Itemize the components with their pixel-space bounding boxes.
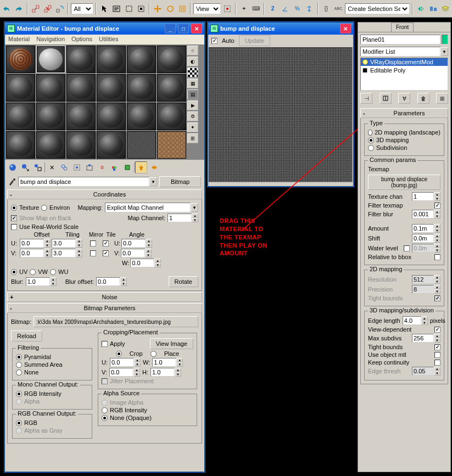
blur-input[interactable] bbox=[26, 277, 50, 286]
backlight-icon[interactable]: ◐ bbox=[187, 57, 198, 66]
select-rect-icon[interactable] bbox=[124, 3, 135, 15]
bitmap-params-rollout-header[interactable]: -Bitmap Parameters bbox=[7, 303, 202, 313]
mat-id-icon[interactable]: 0 bbox=[96, 161, 108, 173]
crop-w-input[interactable] bbox=[152, 358, 176, 367]
alpha-rgb-radio[interactable] bbox=[102, 407, 108, 413]
rgb-out-rgb-radio[interactable] bbox=[16, 420, 22, 426]
crop-v-input[interactable] bbox=[109, 368, 133, 377]
close-button[interactable]: ✕ bbox=[191, 24, 202, 33]
update-button[interactable]: Update bbox=[239, 35, 270, 46]
tight-bounds-3d-check[interactable] bbox=[434, 344, 440, 350]
mirror-u-check[interactable] bbox=[90, 240, 96, 247]
noise-rollout-header[interactable]: +Noise bbox=[7, 292, 202, 302]
sample-slot[interactable] bbox=[36, 131, 65, 159]
undo-icon[interactable] bbox=[1, 3, 12, 15]
offset-u-input[interactable] bbox=[20, 239, 44, 248]
shift-input[interactable] bbox=[412, 234, 434, 243]
auto-check[interactable] bbox=[211, 38, 217, 44]
water-level-check[interactable] bbox=[404, 245, 410, 251]
ref-coord-combo[interactable]: View bbox=[193, 3, 221, 14]
show-end-result-icon[interactable] bbox=[121, 161, 133, 173]
put-to-lib-icon[interactable] bbox=[83, 161, 96, 173]
type-subdiv-radio[interactable] bbox=[368, 145, 374, 151]
sample-slot[interactable] bbox=[66, 46, 96, 73]
max-subdivs-input[interactable] bbox=[412, 334, 434, 343]
texture-chan-input[interactable] bbox=[412, 192, 434, 201]
material-name-dropdown[interactable]: ▼ bbox=[149, 177, 157, 186]
named-sel-combo[interactable]: Create Selection Set bbox=[345, 3, 410, 14]
stack-item-editable-poly[interactable]: ◼Editable Poly bbox=[361, 66, 448, 74]
stack-item-vray-displacement[interactable]: VRayDisplacementMod bbox=[361, 58, 448, 66]
sample-slot[interactable] bbox=[6, 74, 35, 102]
sample-slot[interactable] bbox=[97, 74, 126, 102]
use-object-mtl-check[interactable] bbox=[434, 352, 440, 358]
snap-percent-icon[interactable]: % bbox=[292, 3, 303, 15]
align-icon[interactable] bbox=[428, 3, 439, 15]
mirror-v-check[interactable] bbox=[90, 250, 96, 256]
map-preview-viewport[interactable] bbox=[209, 47, 353, 182]
get-material-icon[interactable] bbox=[7, 161, 19, 173]
environ-radio[interactable] bbox=[41, 205, 47, 211]
bitmap-path-button[interactable]: :k\3ds Max 2009\maps\Archshaders_texture… bbox=[34, 316, 198, 327]
mirror-icon[interactable] bbox=[415, 3, 426, 15]
map-channel-input[interactable] bbox=[168, 214, 192, 222]
menu-material[interactable]: Material bbox=[8, 36, 30, 43]
sample-slot[interactable] bbox=[97, 131, 126, 159]
sample-slot-selected[interactable] bbox=[36, 46, 65, 73]
select-window-icon[interactable] bbox=[136, 3, 147, 15]
keep-continuity-check[interactable] bbox=[434, 360, 440, 366]
angle-v-input[interactable] bbox=[121, 249, 145, 257]
place-radio[interactable] bbox=[150, 351, 157, 357]
offset-v-input[interactable] bbox=[20, 249, 44, 257]
tile-v-check[interactable] bbox=[103, 250, 109, 256]
material-type-button[interactable]: Bitmap bbox=[159, 176, 201, 187]
minimize-button[interactable]: _ bbox=[165, 24, 176, 33]
make-unique-icon[interactable] bbox=[71, 161, 83, 173]
maximize-button[interactable]: □ bbox=[178, 24, 189, 33]
filter-blur-input[interactable] bbox=[412, 210, 434, 219]
sample-slot[interactable] bbox=[6, 46, 35, 73]
go-sibling-icon[interactable] bbox=[148, 161, 160, 173]
alpha-none-radio[interactable] bbox=[102, 415, 108, 421]
sample-slot[interactable] bbox=[36, 74, 65, 102]
rotate-button[interactable]: Rotate bbox=[169, 276, 198, 287]
snap-spinner-icon[interactable] bbox=[304, 3, 315, 15]
sample-slot[interactable] bbox=[97, 103, 126, 130]
bulb-icon[interactable] bbox=[362, 59, 368, 65]
amount-input[interactable] bbox=[412, 224, 434, 233]
sample-slot[interactable] bbox=[127, 46, 156, 73]
sample-slot[interactable] bbox=[66, 131, 96, 159]
link-icon[interactable] bbox=[30, 3, 41, 15]
sample-slot[interactable] bbox=[157, 46, 186, 73]
preview-close-button[interactable]: ✕ bbox=[340, 24, 351, 33]
mapping-combo[interactable] bbox=[105, 203, 191, 212]
type-2d-radio[interactable] bbox=[368, 130, 372, 136]
real-world-check[interactable] bbox=[11, 224, 17, 230]
sample-slot[interactable] bbox=[6, 103, 35, 130]
show-end-icon[interactable] bbox=[380, 93, 392, 104]
crop-radio[interactable] bbox=[116, 351, 122, 357]
video-check-icon[interactable]: ▤ bbox=[187, 89, 198, 99]
texmap-button[interactable]: bump and displace (bump.jpg) bbox=[368, 175, 440, 190]
scale-icon[interactable] bbox=[177, 3, 188, 15]
pin-stack-icon[interactable]: ⊣ bbox=[360, 93, 372, 104]
make-copy-icon[interactable] bbox=[58, 161, 70, 173]
remove-mod-icon[interactable]: 🗑 bbox=[417, 93, 429, 104]
sample-slot[interactable] bbox=[6, 131, 35, 159]
mono-rgb-radio[interactable] bbox=[16, 391, 22, 397]
put-to-scene-icon[interactable] bbox=[19, 161, 31, 173]
bind-icon[interactable] bbox=[54, 3, 65, 15]
modifier-stack[interactable]: VRayDisplacementMod ◼Editable Poly bbox=[360, 58, 448, 91]
redo-icon[interactable] bbox=[13, 3, 24, 15]
filter-none-radio[interactable] bbox=[16, 369, 22, 376]
sample-slot[interactable] bbox=[157, 74, 186, 102]
object-color-swatch[interactable] bbox=[442, 35, 448, 44]
named-sel-icon[interactable]: ABC bbox=[333, 3, 344, 15]
show-in-vp-icon[interactable] bbox=[109, 161, 121, 173]
relative-bbox-check[interactable] bbox=[434, 254, 440, 260]
filter-texmap-check[interactable] bbox=[434, 203, 440, 209]
keyboard-icon[interactable]: ⌨ bbox=[250, 3, 261, 15]
object-name-input[interactable] bbox=[360, 35, 440, 44]
coordinates-rollout-header[interactable]: -Coordinates bbox=[7, 189, 202, 199]
view-dependent-check[interactable] bbox=[434, 327, 440, 333]
